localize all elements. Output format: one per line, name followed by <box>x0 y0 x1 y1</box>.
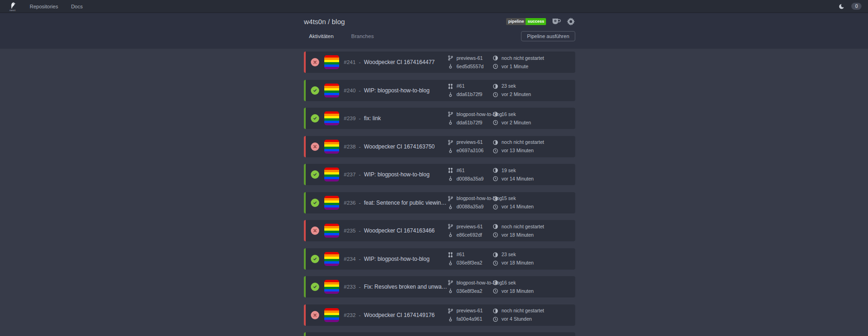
duration-line: 15 sek <box>493 195 574 201</box>
commit-message: Fix: Resolves broken and unwanted links … <box>364 284 448 290</box>
logo-version-label: next <box>10 9 16 12</box>
time-ago-label: vor 1 Minute <box>502 64 528 70</box>
commit-line: dda61b72f9 <box>448 91 493 97</box>
pipeline-number: #241 <box>344 59 356 65</box>
pipeline-status-badge[interactable]: pipeline success <box>506 18 546 25</box>
separator: - <box>359 144 361 149</box>
ref-line: blogpost-how-to-blog <box>448 280 493 286</box>
avatar-pride-flag <box>324 111 339 125</box>
duration-label: 15 sek <box>502 195 516 201</box>
run-pipeline-button[interactable]: Pipeline ausführen <box>521 31 575 41</box>
pipeline-row[interactable]: #239 - fix: link blogpost-how-to-blog 16… <box>304 108 575 129</box>
commit-sha: fa00e4a961 <box>457 316 482 322</box>
pipeline-row[interactable]: #241 - Woodpecker CI 1674164477 previews… <box>304 52 575 73</box>
nav-item-repositories[interactable]: Repositories <box>30 4 58 9</box>
pipeline-title: #238 - Woodpecker CI 1674163750 <box>344 143 448 150</box>
clock-icon <box>493 260 498 266</box>
pull-request-icon <box>448 84 453 89</box>
clock-icon <box>493 176 498 181</box>
separator: - <box>359 256 361 262</box>
commit-sha: d0088a35a9 <box>457 204 483 210</box>
ref-line: #61 <box>448 252 493 258</box>
clock-icon <box>493 64 498 69</box>
clock-icon <box>493 317 498 322</box>
pipeline-row[interactable]: #232 - Woodpecker CI 1674149176 previews… <box>304 304 575 326</box>
duration-label: 23 sek <box>502 83 516 89</box>
pipeline-meta: previews-61 noch nicht gestartet e86ce69… <box>448 224 575 238</box>
time-ago-label: vor 14 Minuten <box>502 204 534 210</box>
pipeline-title: #234 - WIP: blogpost-how-to-blog <box>344 256 448 262</box>
commit-line: d0088a35a9 <box>448 204 493 210</box>
time-line: vor 14 Minuten <box>493 204 574 210</box>
time-line: vor 2 Minuten <box>493 91 574 97</box>
pipeline-number: #234 <box>344 256 356 262</box>
duration-label: 16 sek <box>502 111 516 117</box>
pipeline-meta: #61 19 sek d0088a35a9 vor 14 Minuten <box>448 168 575 182</box>
time-line: vor 2 Minuten <box>493 120 574 126</box>
time-ago-label: vor 4 Stunden <box>502 316 532 322</box>
commit-icon <box>448 204 453 210</box>
avatar-pride-flag <box>324 84 339 97</box>
duration-icon <box>493 140 498 145</box>
settings-gear-icon[interactable] <box>566 17 575 26</box>
separator: - <box>359 284 361 290</box>
commit-message: feat: Sentence for public viewing of the… <box>364 200 448 206</box>
pipeline-row[interactable]: #240 - WIP: blogpost-how-to-blog #61 23 … <box>304 80 575 101</box>
pipeline-row[interactable]: #237 - WIP: blogpost-how-to-blog #61 19 … <box>304 164 575 185</box>
status-success-icon <box>311 114 319 123</box>
time-line: vor 18 Minuten <box>493 288 574 294</box>
commit-message: fix: link <box>364 115 381 122</box>
pipeline-row[interactable]: #236 - feat: Sentence for public viewing… <box>304 192 575 213</box>
pipeline-number: #240 <box>344 88 356 93</box>
commit-line: dda61b72f9 <box>448 120 493 126</box>
duration-line: noch nicht gestartet <box>493 224 574 230</box>
pipeline-number: #236 <box>344 200 356 206</box>
tab-branches[interactable]: Branches <box>346 32 379 40</box>
duration-line: noch nicht gestartet <box>493 139 574 145</box>
pipeline-title: #239 - fix: link <box>344 115 448 122</box>
pipeline-number: #238 <box>344 144 356 149</box>
time-line: vor 1 Minute <box>493 64 574 70</box>
pipeline-row-partial[interactable] <box>304 332 575 336</box>
duration-label: noch nicht gestartet <box>502 55 544 61</box>
pipeline-row[interactable]: #233 - Fix: Resolves broken and unwanted… <box>304 276 575 297</box>
commit-message: Woodpecker CI 1674164477 <box>364 59 435 65</box>
time-line: vor 4 Stunden <box>493 316 574 322</box>
status-success-icon <box>311 86 319 95</box>
queue-count-badge[interactable]: 0 <box>851 3 862 10</box>
duration-line: noch nicht gestartet <box>493 308 574 314</box>
commit-icon <box>448 260 453 266</box>
commit-icon <box>448 92 453 97</box>
time-ago-label: vor 2 Minuten <box>502 91 531 97</box>
ref-line: #61 <box>448 83 493 89</box>
time-ago-label: vor 18 Minuten <box>502 232 534 238</box>
pipeline-number: #232 <box>344 312 356 318</box>
pipeline-meta: blogpost-how-to-blog 15 sek d0088a35a9 v… <box>448 195 575 210</box>
pipeline-row[interactable]: #235 - Woodpecker CI 1674163466 previews… <box>304 220 575 241</box>
git-branch-icon <box>448 196 453 201</box>
commit-icon <box>448 64 453 69</box>
duration-icon <box>493 168 498 173</box>
commit-message: WIP: blogpost-how-to-blog <box>364 171 429 178</box>
pipeline-row[interactable]: #234 - WIP: blogpost-how-to-blog #61 23 … <box>304 248 575 270</box>
nav-item-docs[interactable]: Docs <box>71 4 83 9</box>
ref-line: previews-61 <box>448 308 493 314</box>
repo-title: w4ts0n / blog <box>304 18 345 26</box>
pipeline-number: #239 <box>344 116 356 121</box>
separator: - <box>359 172 361 177</box>
pipeline-title: #233 - Fix: Resolves broken and unwanted… <box>344 284 448 290</box>
commit-line: e0697a3106 <box>448 148 493 154</box>
cup-icon[interactable] <box>551 18 561 25</box>
commit-line: 036e8f3ea2 <box>448 288 493 294</box>
pipeline-meta: previews-61 noch nicht gestartet fa00e4a… <box>448 308 575 322</box>
tab-activity[interactable]: Aktivitäten <box>304 32 339 40</box>
woodpecker-logo[interactable]: next <box>5 1 20 12</box>
woodpecker-bird-icon <box>9 1 17 9</box>
ref-label: previews-61 <box>457 55 483 61</box>
pipeline-row[interactable]: #238 - Woodpecker CI 1674163750 previews… <box>304 136 575 157</box>
dark-mode-toggle-icon[interactable] <box>838 3 845 10</box>
commit-sha: dda61b72f9 <box>457 120 482 126</box>
duration-icon <box>493 84 498 89</box>
git-branch-icon <box>448 224 453 229</box>
time-line: vor 14 Minuten <box>493 176 574 182</box>
